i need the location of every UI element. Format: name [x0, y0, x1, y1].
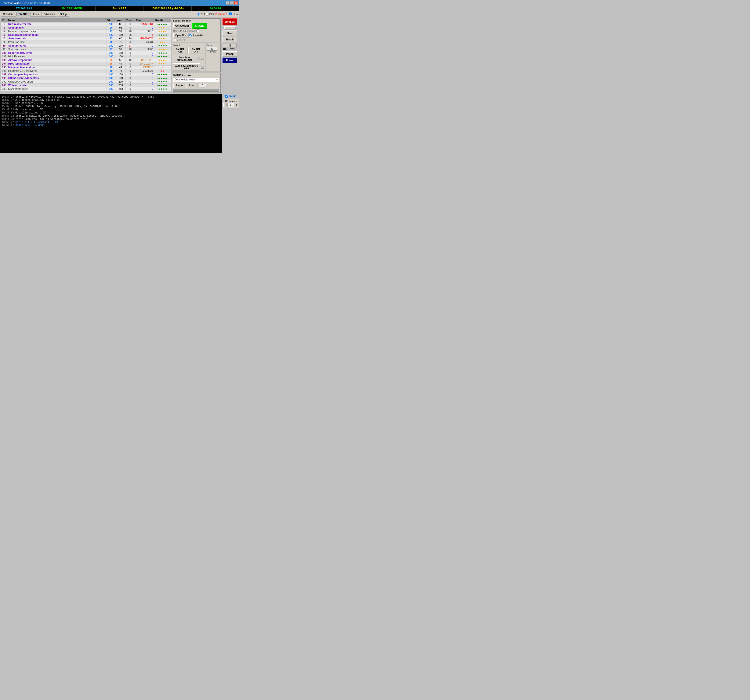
pio-label: PIO [209, 13, 214, 16]
api-value-input[interactable] [227, 103, 234, 107]
cell-name: Offline scan UNC sectors [8, 77, 106, 80]
cell-val: 100 [106, 51, 116, 55]
auto-save-on-button[interactable]: Auto Save attributes ON [173, 55, 196, 63]
ibm-checkbox[interactable] [197, 29, 199, 32]
cell-wrst: 100 [116, 77, 126, 80]
cell-raw: 0 [135, 44, 154, 48]
pio-radio[interactable] [206, 13, 209, 16]
bottom-wrapper: 15:37:27 Starting Victoria 4.46b Freewar… [0, 94, 239, 153]
tab-standard[interactable]: Standard [1, 12, 16, 17]
cell-val: 100 [106, 44, 116, 48]
minimize-button[interactable]: ─ [226, 1, 229, 5]
table-row: 4 Number of spin-up times 97 97 20 3910 … [1, 30, 171, 33]
table-row: 197 Current pending sectors 100 100 0 0 … [1, 73, 171, 77]
smart-off-button[interactable]: SMART OFF [188, 47, 204, 54]
timer-box-label: Timer [207, 44, 220, 46]
sound-checkbox[interactable] [225, 95, 228, 98]
smart-test-box-title: SMART test box [173, 74, 219, 77]
api-radio[interactable] [197, 13, 200, 16]
cell-id: 195 [1, 69, 8, 73]
tab-setup[interactable]: Setup [58, 12, 69, 17]
cell-id: 190 [1, 58, 8, 62]
cell-name: High Fly writes [8, 55, 106, 58]
cell-id: 200 [1, 84, 8, 87]
test-type-select[interactable]: Off-line data collect [173, 77, 219, 82]
cell-wrst: 70 [116, 40, 126, 44]
right-panel: SMART monitor Get SMART GOOD Use IBM sup… [172, 18, 221, 93]
cell-id: 3 [1, 26, 8, 30]
cell-val: 62 [106, 58, 116, 62]
smart-on-button[interactable]: SMART ON [173, 47, 188, 54]
tab-advanced[interactable]: Advanced [41, 12, 57, 17]
log-line: 15:37:27 Starting Victoria 4.46b Freewar… [2, 95, 221, 98]
window-controls: ─ □ ✕ [226, 1, 238, 5]
wrt-label: Wrt [230, 48, 235, 51]
cell-name: Power-on time [8, 40, 106, 44]
close-button[interactable]: ✕ [234, 1, 238, 5]
drive-name: ST380811AS [0, 6, 48, 11]
save-bin-checkbox[interactable] [189, 34, 192, 37]
control-box: Control SMART ON SMART OFF Auto Save att… [172, 43, 205, 72]
api-plus-button[interactable]: + [235, 103, 238, 107]
power-button[interactable]: Power [223, 58, 237, 63]
good-status-button[interactable]: GOOD [192, 23, 207, 29]
tab-tests[interactable]: Tests [30, 12, 41, 17]
open-bin-button[interactable]: Open BIN [173, 33, 189, 38]
cell-raw: 3910 [135, 30, 154, 33]
cell-raw: 0 [135, 26, 154, 30]
ibm-label: Use IBM super smart: [173, 30, 195, 32]
cell-wrst: 60 [116, 37, 126, 40]
passp-button[interactable]: Passp [223, 51, 237, 57]
log-line: 16:11:08 ***** Scan results: no warnings… [2, 118, 221, 121]
hints-label: Hints [233, 13, 238, 16]
auto-save-on-indicator [197, 57, 200, 60]
sleep-button[interactable]: Sleep [223, 31, 237, 36]
log-text: Get passport... OK [15, 108, 43, 111]
log-timestamp: 15:37:33 [2, 111, 14, 114]
get-smart-button[interactable]: Get SMART [173, 23, 191, 29]
cell-id: 198 [1, 77, 8, 80]
hints-checkbox-label: Hints [229, 12, 238, 16]
cell-health: ●●●● [154, 37, 171, 40]
api-number-label: API number [223, 100, 238, 103]
recall-button[interactable]: Recall [223, 37, 237, 42]
break-all-button[interactable]: Break All [223, 18, 237, 25]
cell-health: ●●●● [154, 58, 171, 62]
begin-test-button[interactable]: Begin [173, 83, 185, 88]
cell-wrst: 200 [116, 80, 126, 84]
cell-name: Reallocated sector count [8, 33, 106, 37]
nav-bar: Standard SMART Tests Advanced Setup API … [0, 11, 239, 17]
test-value-input[interactable] [199, 84, 206, 88]
table-row: 199 Ultra DMA CRC errors 200 200 0 0 ●●●… [1, 80, 171, 84]
cell-name: Seek error rate [8, 37, 106, 40]
hints-checkbox[interactable] [229, 12, 232, 15]
table-row: 200 Write error rate 100 253 0 0 ●●●●●● [1, 84, 171, 87]
cell-id: 195 [1, 66, 8, 69]
tab-smart[interactable]: SMART [16, 12, 30, 17]
abort-test-button[interactable]: Abort [186, 83, 198, 88]
cell-id: 10 [1, 44, 8, 48]
smart-monitor-btn-row: Get SMART GOOD [173, 23, 219, 29]
log-timestamp: 15:37:33 [2, 108, 14, 111]
timer-input[interactable] [207, 47, 217, 51]
cell-val: 100 [106, 33, 116, 37]
cell-health: ●●●● [154, 48, 171, 51]
cell-health: ●●●●●● [154, 77, 171, 80]
log-text: ***** Scan results: no warnings, no erro… [15, 118, 89, 121]
cell-wrst: 100 [116, 51, 126, 55]
cell-tresh: 0 [126, 87, 135, 91]
cell-name: Minimum temperature [8, 66, 106, 69]
serial-number: SN: 5PS1MVMH [48, 6, 96, 11]
maximize-button[interactable]: □ [230, 1, 234, 5]
log-timestamp: 16:50:22 [2, 121, 14, 124]
cell-id: 5 [1, 33, 8, 37]
api-radio-group: API PIO [197, 13, 214, 16]
cell-health: ●●●●●● [154, 80, 171, 84]
auto-save-off-button[interactable]: Auto Save attributes OFF [173, 63, 200, 71]
rd-indicator-box [223, 44, 229, 48]
col-header-name: Name [8, 18, 106, 22]
save-bin-label: Save BIN [189, 34, 204, 37]
cell-wrst: 100 [116, 33, 126, 37]
api-minus-button[interactable]: - [223, 103, 227, 107]
cell-val: 97 [106, 48, 116, 51]
